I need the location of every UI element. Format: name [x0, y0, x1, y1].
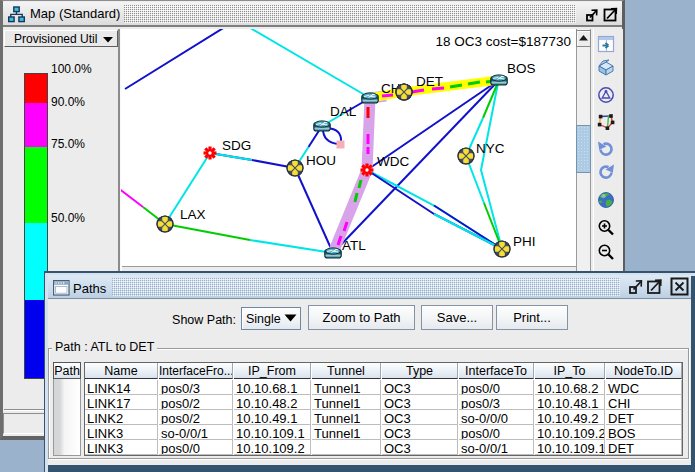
svg-text:PHI: PHI	[513, 234, 536, 249]
svg-text:DAL: DAL	[330, 104, 357, 119]
svg-text:SDG: SDG	[222, 138, 251, 153]
svg-text:BOS: BOS	[507, 61, 536, 76]
svg-text:DET: DET	[416, 74, 443, 89]
svg-text:LAX: LAX	[180, 207, 206, 222]
svg-text:ATL: ATL	[342, 238, 366, 253]
svg-text:WDC: WDC	[377, 154, 409, 169]
svg-text:NYC: NYC	[476, 141, 505, 156]
svg-text:HOU: HOU	[306, 153, 336, 168]
